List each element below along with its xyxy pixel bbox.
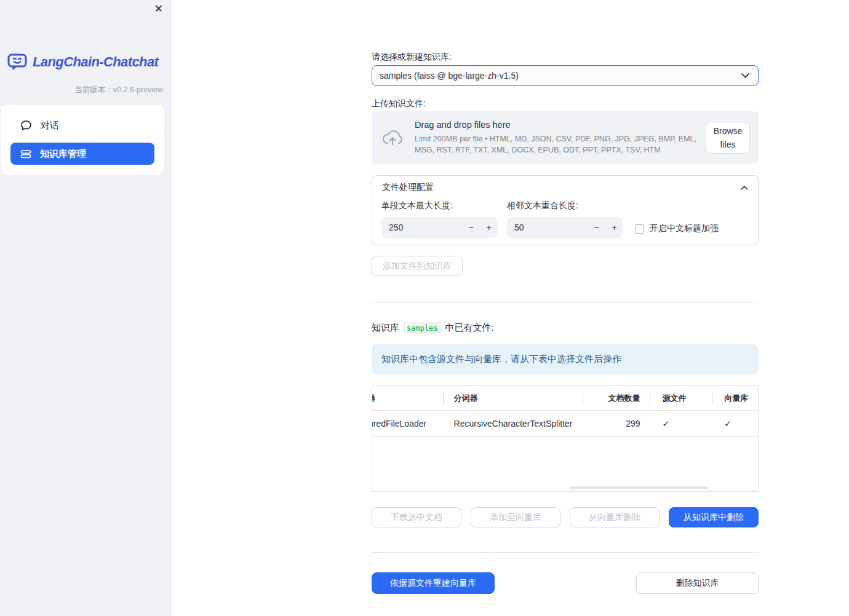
sidebar-close-icon[interactable]: ✕ (154, 4, 163, 14)
delete-kb-button[interactable]: 删除知识库 (636, 572, 759, 594)
chunk-size-group: 单段文本最大长度: 250 − + (381, 200, 498, 238)
app-logo: LangChain-Chatchat (7, 53, 158, 71)
chunk-size-label: 单段文本最大长度: (381, 200, 498, 211)
browse-files-button[interactable]: Browse files (706, 122, 750, 154)
main-content: 请选择或新建知识库: samples (faiss @ bge-large-zh… (372, 0, 759, 616)
checkmark-icon: ✓ (724, 419, 731, 428)
cell-vector-store-check[interactable]: ✓ (712, 411, 758, 436)
cell-splitter[interactable]: RecursiveCharacterTextSplitter (443, 411, 583, 436)
zh-title-enhance-checkbox-group[interactable]: 开启中文标题加强 (635, 223, 719, 234)
dropzone-text: Drag and drop files here Limit 200MB per… (415, 120, 706, 156)
overlap-label: 相邻文本重合长度: (507, 200, 623, 211)
chunk-size-decrement-button[interactable]: − (462, 217, 480, 238)
info-alert: 知识库中包含源文件与向量库，请从下表中选择文件后操作 (372, 344, 759, 374)
kb-select-value: samples (faiss @ bge-large-zh-v1.5) (380, 71, 741, 81)
overlap-decrement-button[interactable]: − (588, 217, 605, 238)
download-selected-button[interactable]: 下载选中文档 (372, 507, 461, 527)
info-alert-text: 知识库中包含源文件与向量库，请从下表中选择文件后操作 (381, 353, 621, 365)
header-splitter[interactable]: 分词器 (443, 386, 583, 410)
sidebar-item-knowledge-base[interactable]: 知识库管理 (10, 143, 154, 165)
version-label: 当前版本： (74, 85, 113, 94)
divider (372, 302, 759, 302)
app-logo-text: LangChain-Chatchat (33, 54, 158, 70)
chevron-up-icon (741, 186, 748, 190)
expander-header[interactable]: 文件处理配置 (372, 176, 758, 199)
version-text: 当前版本：v0.2.6-preview (74, 85, 163, 95)
file-action-buttons: 下载选中文档 添加至向量库 从向量库删除 从知识库中删除 (372, 507, 759, 527)
table-row[interactable]: uredFileLoader RecursiveCharacterTextSpl… (372, 411, 758, 437)
checkbox-unchecked[interactable] (635, 224, 644, 234)
overlap-input[interactable]: 50 − + (507, 217, 623, 238)
table-header-row: 器 分词器 文档数量 源文件 向量库 (372, 386, 758, 411)
sidebar-nav-menu: 对话 知识库管理 (1, 105, 164, 175)
chevron-down-icon (741, 73, 749, 78)
kb-line-prefix: 知识库 (372, 322, 399, 334)
table-horizontal-scrollbar[interactable] (570, 486, 708, 489)
overlap-increment-button[interactable]: + (605, 217, 623, 238)
file-dropzone[interactable]: Drag and drop files here Limit 200MB per… (372, 111, 759, 164)
sidebar-item-label: 对话 (41, 120, 59, 132)
checkbox-label: 开启中文标题加强 (650, 223, 719, 234)
kb-select-dropdown[interactable]: samples (faiss @ bge-large-zh-v1.5) (372, 65, 759, 86)
checkmark-icon: ✓ (662, 419, 669, 428)
knowledge-base-icon (20, 149, 31, 159)
delete-from-kb-button[interactable]: 从知识库中删除 (669, 507, 759, 527)
version-value: v0.2.6-preview (113, 85, 163, 94)
dropzone-title: Drag and drop files here (415, 120, 700, 130)
file-config-expander: 文件处理配置 单段文本最大长度: 250 − + 相邻文本重合长度: 50 − … (372, 175, 759, 245)
overlap-value[interactable]: 50 (507, 223, 588, 232)
kb-bottom-actions: 依据源文件重建向量库 删除知识库 (372, 572, 759, 594)
header-doc-count[interactable]: 文档数量 (583, 386, 650, 410)
sidebar: ✕ LangChain-Chatchat 当前版本：v0.2.6-preview… (0, 0, 172, 616)
chatchat-logo-icon (7, 53, 28, 71)
files-dataframe[interactable]: 器 分词器 文档数量 源文件 向量库 uredFileLoader Recurs… (372, 385, 759, 492)
chunk-size-input[interactable]: 250 − + (381, 217, 498, 238)
kb-line-suffix: 中已有文件: (445, 322, 494, 334)
kb-existing-files-line: 知识库 samples 中已有文件: (372, 322, 494, 334)
upload-label: 上传知识文件: (372, 98, 426, 109)
chunk-size-value[interactable]: 250 (381, 223, 462, 232)
expander-title: 文件处理配置 (382, 182, 434, 193)
sidebar-item-label: 知识库管理 (40, 148, 86, 160)
chat-bubble-icon (20, 120, 32, 131)
kb-name-code: samples (403, 322, 442, 334)
cell-doc-count[interactable]: 299 (583, 411, 650, 436)
overlap-group: 相邻文本重合长度: 50 − + (507, 200, 623, 238)
kb-select-label: 请选择或新建知识库: (372, 52, 452, 63)
expander-body: 单段文本最大长度: 250 − + 相邻文本重合长度: 50 − + 开启中文标… (372, 199, 758, 238)
divider (372, 552, 759, 553)
add-files-to-kb-button[interactable]: 添加文件到知识库 (372, 256, 463, 276)
sidebar-item-dialogue[interactable]: 对话 (10, 114, 154, 136)
cloud-upload-icon (381, 128, 405, 147)
cell-loader[interactable]: uredFileLoader (372, 411, 443, 436)
chunk-size-increment-button[interactable]: + (480, 217, 498, 238)
delete-from-vector-store-button[interactable]: 从向量库删除 (570, 507, 660, 527)
add-to-vector-store-button[interactable]: 添加至向量库 (471, 507, 560, 527)
dropzone-file-limits: Limit 200MB per file • HTML, MD, JSON, C… (415, 133, 700, 156)
header-vector-store[interactable]: 向量库 (712, 386, 758, 410)
header-loader[interactable]: 器 (372, 386, 443, 410)
header-source-file[interactable]: 源文件 (650, 386, 712, 410)
cell-source-file-check[interactable]: ✓ (650, 411, 712, 436)
rebuild-vector-store-button[interactable]: 依据源文件重建向量库 (372, 572, 495, 594)
